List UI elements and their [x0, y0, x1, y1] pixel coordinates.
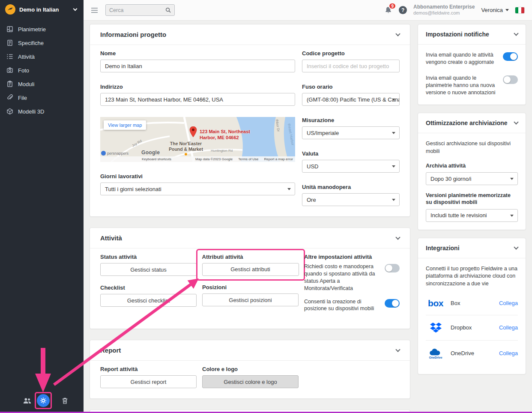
nome-input[interactable]	[100, 60, 295, 72]
terms-link[interactable]: Terms of Use	[238, 157, 258, 161]
attributi-highlight-box: Attributi attività Gestisci attributi	[196, 249, 305, 281]
giorni-lavorativi-select[interactable]: Tutti i giorni selezionati	[100, 183, 295, 195]
archivia-attivita-select[interactable]: Dopo 30 giorno/i	[426, 172, 518, 185]
subscription-info: Abbonamento Enterprise demos@fieldwire.c…	[413, 4, 475, 16]
codice-progetto-label: Codice progetto	[302, 50, 400, 57]
integration-row-onedrive: OneDrive OneDrive Collega	[426, 340, 518, 367]
sidebar-item-specifiche[interactable]: Specifiche	[0, 36, 84, 50]
report-header[interactable]: Report	[90, 340, 410, 361]
card-title: Impostazioni notifiche	[426, 31, 489, 38]
collapse-chevron-icon	[395, 235, 400, 239]
card-integrazioni: Integrazioni Connetti il tuo progetto Fi…	[418, 238, 526, 375]
gestisci-posizioni-button[interactable]: Gestisci posizioni	[202, 293, 299, 306]
forms-icon	[6, 81, 13, 87]
project-switcher[interactable]: Demo in Italian	[0, 0, 84, 19]
collega-box-link[interactable]: Collega	[499, 300, 518, 306]
versioni-planimetrie-label: Versioni planimetrie memorizzate su disp…	[426, 192, 518, 206]
unita-manodopera-select[interactable]: Ore	[302, 193, 400, 206]
settings-gear-highlight-box	[35, 392, 52, 409]
archiviazione-header[interactable]: Ottimizzazione archiviazione	[418, 113, 526, 133]
sidebar-item-planimetrie[interactable]: Planimetrie	[0, 22, 84, 36]
select-value: US/Imperiale	[307, 130, 339, 136]
card-impostazioni-notifiche: Impostazioni notifiche Invia email quand…	[418, 24, 526, 105]
toggle-email-plan[interactable]	[503, 75, 518, 84]
toggle-email-create[interactable]	[503, 52, 518, 61]
collega-dropbox-link[interactable]: Collega	[499, 324, 518, 331]
topbar-right: 9 ? Abbonamento Enterprise demos@fieldwi…	[384, 4, 524, 16]
checklist-label: Checklist	[100, 284, 197, 291]
collega-onedrive-link[interactable]: Collega	[499, 350, 518, 356]
settings-side-column: Impostazioni notifiche Invia email quand…	[418, 24, 526, 413]
keyboard-shortcuts-link[interactable]: Keyboard shortcuts	[142, 157, 171, 161]
valuta-select[interactable]: USD	[302, 160, 400, 173]
settings-gear-button[interactable]	[37, 394, 50, 407]
fuso-orario-select[interactable]: (GMT-08:00) Pacific Time (US & Canada)	[302, 93, 400, 106]
floorplan-icon	[6, 26, 13, 33]
notifiche-header[interactable]: Impostazioni notifiche	[418, 24, 526, 45]
user-menu[interactable]: Veronica	[481, 7, 509, 13]
collapse-chevron-icon	[395, 347, 400, 352]
select-value: Includi tutte le revisioni	[430, 212, 487, 218]
sidebar-item-attivita[interactable]: Attività	[0, 50, 84, 63]
camera-icon	[6, 67, 13, 74]
integrazioni-desc: Connetti il tuo progetto Fieldwire a una…	[426, 265, 518, 288]
toggle-consenti-posizione[interactable]	[385, 299, 400, 308]
fuso-orario-label: Fuso orario	[302, 84, 400, 90]
sidebar-item-moduli[interactable]: Moduli	[0, 77, 84, 91]
google-map[interactable]: Summit Rd Joy Rd Huntington Rd thbor Dr …	[100, 117, 295, 162]
informazioni-progetto-header[interactable]: Informazioni progetto	[90, 24, 410, 45]
trash-icon[interactable]	[61, 397, 69, 404]
giorni-lavorativi-label: Giorni lavorativi	[100, 173, 295, 180]
toggle-richiedi-costo[interactable]	[385, 264, 400, 272]
gestisci-attributi-button[interactable]: Gestisci attributi	[202, 263, 299, 276]
gestisci-status-button[interactable]: Gestisci status	[100, 263, 197, 276]
integration-row-box: box Box Collega	[426, 291, 518, 315]
sidebar-item-modelli-3d[interactable]: Modelli 3D	[0, 105, 84, 118]
italian-flag-icon[interactable]	[515, 7, 524, 13]
menu-icon[interactable]	[90, 6, 99, 15]
attivita-body: Status attività Gestisci status Checklis…	[90, 248, 410, 329]
view-larger-map-button[interactable]: View larger map	[104, 120, 146, 130]
sidebar: Demo in Italian Planimetrie Specifiche A…	[0, 0, 84, 413]
notifications-bell-icon[interactable]: 9	[384, 6, 392, 14]
report-attivita-label: Report attività	[100, 366, 197, 372]
archiviazione-desc: Gestisci archiviazione sui dispositivi m…	[426, 140, 518, 156]
transit-icon	[101, 151, 106, 156]
select-value: USD	[307, 163, 318, 170]
sidebar-item-foto[interactable]: Foto	[0, 63, 84, 77]
sidebar-item-label: Attività	[18, 54, 35, 60]
collapse-chevron-icon	[395, 31, 400, 36]
topbar: 9 ? Abbonamento Enterprise demos@fieldwi…	[84, 0, 532, 21]
attivita-header[interactable]: Attività	[90, 228, 410, 248]
valuta-label: Valuta	[302, 150, 400, 157]
help-icon[interactable]: ?	[399, 6, 407, 14]
report-map-error-link[interactable]: Report a map error	[264, 157, 293, 161]
card-title: Report	[100, 347, 121, 354]
indirizzo-input[interactable]	[100, 93, 295, 106]
sidebar-bottom-toolbar	[0, 391, 84, 413]
integrazioni-header[interactable]: Integrazioni	[418, 238, 526, 258]
informazioni-progetto-body: Nome Indirizzo	[90, 45, 410, 216]
search-input[interactable]	[109, 7, 163, 13]
sidebar-item-file[interactable]: File	[0, 91, 84, 105]
gestisci-report-button[interactable]: Gestisci report	[100, 375, 197, 388]
integration-row-dropbox: Dropbox Collega	[426, 315, 518, 340]
card-title: Integrazioni	[426, 245, 460, 251]
attributi-attivita-label: Attributi attività	[202, 254, 299, 260]
archivia-attivita-label: Archivia attività	[426, 162, 518, 169]
map-poi-label: The Nor'Easter Pound & Market	[169, 141, 203, 156]
app-root: Demo in Italian Planimetrie Specifiche A…	[0, 0, 532, 413]
unita-manodopera-label: Unità manodopera	[302, 184, 400, 190]
card-title: Informazioni progetto	[100, 31, 166, 38]
versioni-planimetrie-select[interactable]: Includi tutte le revisioni	[426, 209, 518, 222]
misurazione-select[interactable]: US/Imperiale	[302, 126, 400, 139]
people-icon[interactable]	[23, 398, 31, 404]
map-attribution: Keyboard shortcuts Map data ©2023 Google…	[100, 156, 295, 162]
gestisci-colore-logo-button[interactable]: Gestisci colore e logo	[202, 375, 299, 388]
card-attivita: Attività Status attività Gestisci status…	[90, 227, 410, 329]
poi-marker-icon	[184, 153, 188, 156]
map-pin-icon	[189, 126, 197, 139]
sidebar-item-label: Foto	[18, 67, 29, 74]
gestisci-checklist-button[interactable]: Gestisci checklist	[100, 294, 197, 307]
codice-progetto-input[interactable]	[302, 60, 400, 72]
